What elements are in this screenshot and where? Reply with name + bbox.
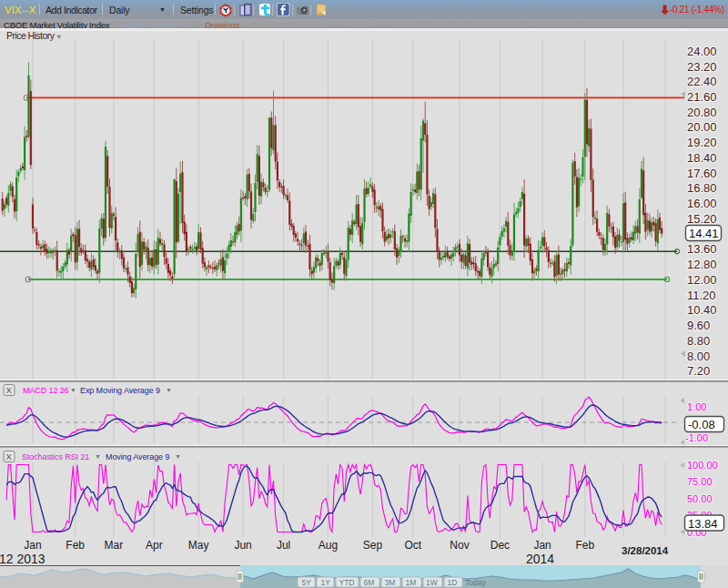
svg-text:5Y: 5Y — [302, 578, 312, 587]
svg-text:22.40: 22.40 — [687, 75, 717, 88]
svg-text:Today: Today — [465, 578, 486, 587]
svg-text:12 2013: 12 2013 — [0, 552, 46, 566]
svg-text:1W: 1W — [426, 578, 438, 587]
svg-text:-0.08: -0.08 — [688, 418, 715, 431]
svg-text:100.00: 100.00 — [687, 460, 718, 471]
svg-text:Jan: Jan — [533, 539, 551, 552]
svg-text:▼: ▼ — [70, 387, 76, 393]
svg-text:Exp Moving Average 9: Exp Moving Average 9 — [80, 386, 160, 395]
svg-text:YTD: YTD — [339, 578, 355, 587]
svg-text:2014: 2014 — [526, 552, 554, 566]
svg-text:Moving Average 9: Moving Average 9 — [106, 452, 169, 461]
svg-text:9.60: 9.60 — [687, 319, 710, 332]
svg-text:12.80: 12.80 — [687, 258, 717, 271]
svg-text:X: X — [6, 451, 13, 461]
svg-text:▼: ▼ — [56, 33, 62, 41]
svg-text:18.40: 18.40 — [687, 151, 717, 165]
svg-text:13.60: 13.60 — [687, 242, 717, 256]
svg-text:Oct: Oct — [404, 539, 421, 552]
svg-text:8.80: 8.80 — [687, 334, 710, 348]
svg-text:16.00: 16.00 — [687, 197, 717, 210]
svg-text:23.20: 23.20 — [687, 60, 717, 74]
svg-text:Dec: Dec — [490, 539, 510, 552]
svg-text:-1.00: -1.00 — [685, 432, 708, 443]
svg-text:Feb: Feb — [66, 539, 85, 552]
svg-text:▼: ▼ — [166, 387, 172, 393]
svg-text:6M: 6M — [364, 578, 375, 587]
svg-text:Feb: Feb — [575, 539, 594, 552]
svg-text:1Y: 1Y — [321, 578, 331, 587]
svg-text:▼: ▼ — [95, 453, 101, 460]
svg-text:3M: 3M — [385, 578, 396, 587]
svg-text:May: May — [188, 539, 209, 552]
svg-text:Jun: Jun — [234, 539, 251, 552]
svg-text:1D: 1D — [448, 578, 458, 587]
svg-text:20.80: 20.80 — [687, 106, 717, 119]
svg-text:24.00: 24.00 — [687, 45, 717, 58]
svg-text:▼: ▼ — [175, 453, 181, 460]
svg-text:Jul: Jul — [277, 539, 290, 552]
svg-text:17.60: 17.60 — [687, 167, 717, 180]
svg-text:16.80: 16.80 — [687, 181, 717, 195]
svg-text:Mar: Mar — [105, 539, 124, 552]
svg-text:3/28/2014: 3/28/2014 — [622, 545, 669, 556]
svg-text:12.00: 12.00 — [687, 273, 717, 287]
svg-text:15.20: 15.20 — [687, 212, 717, 226]
svg-text:10.40: 10.40 — [687, 303, 717, 317]
svg-text:Apr: Apr — [146, 539, 163, 552]
svg-text:X: X — [6, 385, 13, 395]
svg-text:20.00: 20.00 — [687, 120, 717, 134]
svg-text:Sep: Sep — [363, 539, 383, 552]
svg-text:13.84: 13.84 — [688, 517, 718, 531]
svg-text:1.00: 1.00 — [687, 401, 706, 412]
svg-text:Aug: Aug — [318, 539, 338, 552]
svg-text:11.20: 11.20 — [687, 289, 716, 302]
svg-text:8.00: 8.00 — [687, 350, 710, 363]
svg-text:Stochastics RSI 21: Stochastics RSI 21 — [22, 452, 89, 461]
svg-text:50.00: 50.00 — [687, 493, 713, 504]
svg-text:75.00: 75.00 — [687, 476, 713, 487]
svg-text:14.41: 14.41 — [689, 227, 719, 240]
svg-text:Price History: Price History — [6, 30, 56, 41]
svg-text:Jan: Jan — [24, 539, 41, 552]
svg-text:1M: 1M — [406, 578, 417, 587]
svg-text:MACD 12 26: MACD 12 26 — [23, 386, 69, 395]
svg-text:Nov: Nov — [450, 539, 469, 552]
svg-text:19.20: 19.20 — [687, 136, 717, 149]
svg-text:7.20: 7.20 — [687, 364, 710, 378]
svg-text:21.60: 21.60 — [687, 90, 717, 104]
